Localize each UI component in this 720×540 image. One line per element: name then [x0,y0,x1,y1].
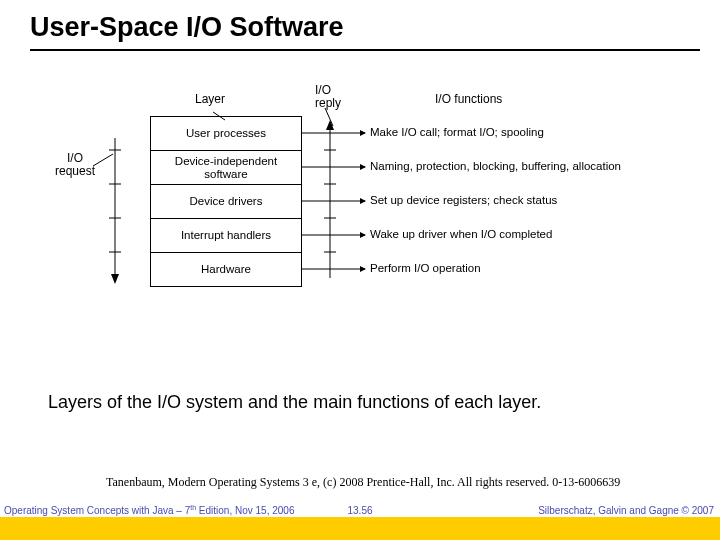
footer-right: Silberschatz, Galvin and Gagne © 2007 [538,505,714,516]
page-title: User-Space I/O Software [30,12,344,43]
citation-text: Tanenbaum, Modern Operating Systems 3 e,… [106,475,620,490]
footer-page-number: 13.56 [347,505,372,516]
footer-left-a: Operating System Concepts with Java – 7 [4,505,190,516]
footer-left: Operating System Concepts with Java – 7t… [4,504,294,516]
slide-footer: Operating System Concepts with Java – 7t… [0,500,720,540]
svg-line-14 [93,154,113,166]
figure-caption: Layers of the I/O system and the main fu… [48,392,712,413]
footer-left-b: Edition, Nov 15, 2006 [196,505,294,516]
footer-accent-bar [0,517,720,540]
title-rule [30,49,700,51]
svg-line-15 [213,112,225,120]
diagram-arrows [75,90,635,310]
svg-marker-2 [111,274,119,284]
